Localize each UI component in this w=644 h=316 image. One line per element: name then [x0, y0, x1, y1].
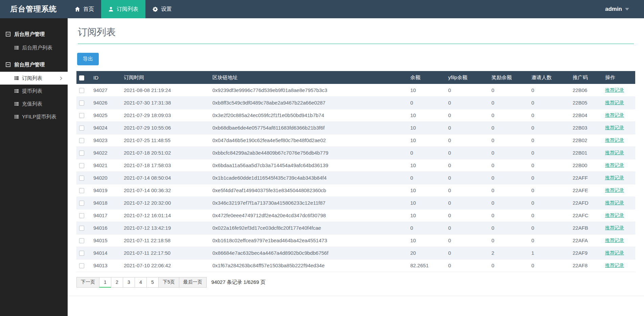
cell-invite-count: 0: [529, 172, 570, 184]
referral-records-link[interactable]: 推荐记录: [605, 125, 624, 130]
row-checkbox[interactable]: [79, 88, 84, 93]
referral-records-link[interactable]: 推荐记录: [605, 150, 624, 155]
referral-records-link[interactable]: 推荐记录: [605, 175, 624, 180]
sidebar-item-subscription-list[interactable]: 订阅列表: [0, 72, 68, 85]
cell-actions: 推荐记录: [602, 134, 635, 146]
referral-records-link[interactable]: 推荐记录: [605, 225, 624, 230]
user-name: admin: [605, 6, 622, 13]
select-all-cell: [76, 71, 91, 84]
record-summary: 94027 条记录 1/6269 页: [211, 279, 266, 286]
row-checkbox[interactable]: [79, 138, 84, 143]
row-select-cell: [76, 159, 91, 172]
cell-balance: 10: [408, 234, 445, 247]
cell-promo-code: 22AFF: [570, 172, 602, 184]
sidebar-item-recharge-list[interactable]: 充值列表: [0, 97, 68, 110]
row-checkbox[interactable]: [79, 151, 84, 156]
cell-actions: 推荐记录: [602, 121, 635, 134]
row-checkbox[interactable]: [79, 201, 84, 206]
row-select-cell: [76, 234, 91, 247]
export-button[interactable]: 导出: [77, 53, 99, 65]
referral-records-link[interactable]: 推荐记录: [605, 238, 624, 243]
cell-invite-count: 0: [529, 222, 570, 234]
referral-records-link[interactable]: 推荐记录: [605, 250, 624, 255]
cell-id: 94014: [91, 247, 121, 259]
row-checkbox[interactable]: [79, 163, 84, 168]
top-navbar: 后台管理系统 首页订阅列表设置 admin: [0, 0, 644, 18]
row-checkbox[interactable]: [79, 226, 84, 231]
row-checkbox[interactable]: [79, 126, 84, 131]
subscription-table: ID订阅时间区块链地址余额yfilp余额奖励余额邀请人数推广码操作 940272…: [76, 71, 635, 272]
caret-down-icon: [625, 7, 629, 11]
referral-records-link[interactable]: 推荐记录: [605, 87, 624, 93]
page-4-button[interactable]: 4: [135, 277, 147, 288]
referral-records-link[interactable]: 推荐记录: [605, 137, 624, 143]
pager-next-5-button[interactable]: 下5页: [158, 277, 179, 288]
row-checkbox[interactable]: [79, 188, 84, 193]
cell-actions: 推荐记录: [602, 209, 635, 222]
nav-item-subscription-list[interactable]: 订阅列表: [101, 0, 145, 18]
col-header-blockchain-address: 区块链地址: [210, 71, 408, 84]
cell-yfilp-balance: 0: [445, 197, 489, 209]
cell-blockchain-address: 0xe5f4dd7eaf149940375fe31e83450448082360…: [210, 184, 408, 197]
cell-reward-balance: 0: [489, 209, 529, 222]
row-checkbox[interactable]: [79, 113, 84, 118]
cell-reward-balance: 0: [489, 121, 529, 134]
page-1-button[interactable]: 1: [99, 277, 111, 288]
page-5-button[interactable]: 5: [146, 277, 159, 288]
row-select-cell: [76, 197, 91, 209]
table-row: 940162021-07-12 13:42:190x022a16fe92ef3d…: [76, 222, 635, 234]
sidebar-group-backend-user-management[interactable]: 后台用户管理: [0, 27, 68, 41]
minus-square-icon: [6, 32, 10, 37]
nav-item-label: 设置: [161, 6, 172, 13]
home-icon: [75, 6, 80, 12]
nav-item-home[interactable]: 首页: [68, 0, 101, 18]
sidebar-item-backend-user-list[interactable]: 后台用户列表: [0, 41, 68, 54]
list-icon: [14, 89, 19, 93]
row-checkbox[interactable]: [79, 100, 84, 106]
table-row: 940172021-07-12 16:01:140x472fe0eee47497…: [76, 209, 635, 222]
nav-item-settings[interactable]: 设置: [145, 0, 179, 18]
cell-blockchain-address: 0x047da46b5e190c62fea4e5ef80c7be48f0d2ae…: [210, 134, 408, 146]
referral-records-link[interactable]: 推荐记录: [605, 200, 624, 205]
row-checkbox[interactable]: [79, 251, 84, 256]
cell-promo-code: 22AFB: [570, 222, 602, 234]
pager-last-button[interactable]: 最后一页: [179, 277, 207, 288]
cell-yfilp-balance: 0: [445, 121, 489, 134]
cell-id: 94025: [91, 109, 121, 121]
referral-records-link[interactable]: 推荐记录: [605, 100, 624, 105]
cell-promo-code: 22B02: [570, 134, 602, 146]
row-checkbox[interactable]: [79, 213, 84, 218]
sidebar-item-withdraw-list[interactable]: 提币列表: [0, 85, 68, 97]
row-checkbox[interactable]: [79, 263, 84, 268]
referral-records-link[interactable]: 推荐记录: [605, 162, 624, 168]
cell-balance: 82.2651: [408, 259, 445, 272]
list-icon: [14, 114, 19, 119]
cell-invite-count: 0: [529, 184, 570, 197]
sidebar-item-yfilp-withdraw-list[interactable]: YFILP提币列表: [0, 110, 68, 123]
pager-next-button[interactable]: 下一页: [76, 277, 99, 288]
cell-promo-code: 22B01: [570, 146, 602, 159]
cell-actions: 推荐记录: [602, 109, 635, 121]
list-icon: [14, 45, 19, 50]
sidebar-item-label: 订阅列表: [22, 75, 42, 82]
row-checkbox[interactable]: [79, 238, 84, 243]
select-all-checkbox[interactable]: [79, 75, 84, 81]
col-header-id: ID: [91, 71, 121, 84]
cell-blockchain-address: 0xb8ff3c549c9df0489c78abe2a9467b22a66e02…: [210, 96, 408, 109]
referral-records-link[interactable]: 推荐记录: [605, 263, 624, 268]
cell-yfilp-balance: 0: [445, 109, 489, 121]
referral-records-link[interactable]: 推荐记录: [605, 212, 624, 218]
cell-invite-count: 0: [529, 234, 570, 247]
page-2-button[interactable]: 2: [111, 277, 123, 288]
referral-records-link[interactable]: 推荐记录: [605, 187, 624, 193]
referral-records-link[interactable]: 推荐记录: [605, 112, 624, 118]
sidebar-group-frontend-user-management[interactable]: 前台用户管理: [0, 58, 68, 72]
cell-blockchain-address: 0x86684e7ac632bec4a4467a4d8902b0c9bdb675…: [210, 247, 408, 259]
table-row: 940252021-07-29 18:09:030x3e2f20c885a24e…: [76, 109, 635, 121]
page-3-button[interactable]: 3: [123, 277, 135, 288]
row-select-cell: [76, 184, 91, 197]
cell-yfilp-balance: 0: [445, 234, 489, 247]
user-menu[interactable]: admin: [605, 0, 644, 18]
cell-actions: 推荐记录: [602, 222, 635, 234]
row-checkbox[interactable]: [79, 176, 84, 181]
